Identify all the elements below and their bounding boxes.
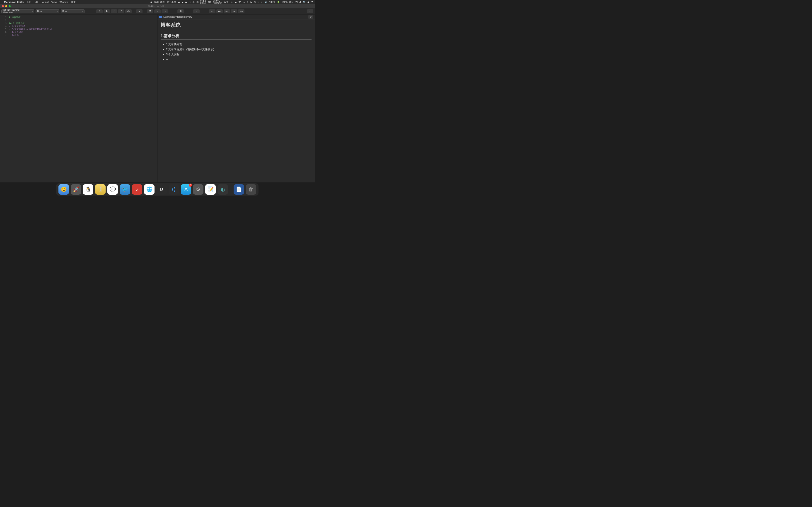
preview-content: 博客系统 1.需求分析 1.文章的列表2.文章内容展示（前端支持md文件展示）3… bbox=[157, 19, 315, 64]
control-center-icon[interactable]: ☰ bbox=[311, 1, 313, 3]
italic-button[interactable]: I bbox=[111, 9, 117, 13]
menu-format[interactable]: Format bbox=[41, 1, 49, 3]
document-title: Untitled bbox=[148, 5, 156, 7]
auto-reload-checkbox[interactable]: ✓ Automatically reload preview bbox=[159, 16, 192, 18]
dock-intellij[interactable]: IJ bbox=[156, 184, 167, 194]
time[interactable]: 20:51 bbox=[295, 1, 301, 3]
dock-document[interactable]: 📄 bbox=[234, 184, 244, 194]
preview-list-item: 3.个人说明 bbox=[166, 52, 311, 57]
timemachine-icon[interactable]: ⟲ bbox=[247, 1, 248, 3]
sync-icon[interactable]: ⇆ bbox=[250, 1, 252, 3]
preview-h2: 1.需求分析 bbox=[161, 33, 311, 40]
link-button[interactable]: ⚭ bbox=[136, 9, 143, 13]
edited-indicator: — Edited bbox=[157, 5, 166, 7]
quote-button[interactable]: ❝ bbox=[118, 9, 124, 13]
net-stats: 0KB/s0KB/s bbox=[200, 0, 206, 4]
dock-notes[interactable]: 📝 bbox=[205, 184, 216, 194]
preview-theme-dropdown[interactable]: Dark bbox=[61, 9, 85, 13]
code-line[interactable]: ## 1.需求分析 bbox=[9, 22, 157, 25]
dock-wechat[interactable]: 💬 bbox=[107, 184, 118, 194]
h3-button[interactable]: H3 bbox=[223, 9, 230, 13]
battery-icon[interactable]: 🔋 bbox=[277, 1, 280, 3]
dock-vscode[interactable]: ⟨⟩ bbox=[168, 184, 179, 194]
editor-toolbar: GitHub Flavored Markdown Dark Dark B S̶ … bbox=[0, 8, 315, 14]
close-button[interactable] bbox=[2, 5, 4, 7]
siri-icon[interactable]: ◉ bbox=[307, 1, 309, 3]
menu-view[interactable]: View bbox=[51, 1, 57, 3]
preview-pane: ✓ Automatically reload preview ⟳ 博客系统 1.… bbox=[157, 14, 315, 182]
appstore-badge: 2 bbox=[189, 183, 192, 187]
dock-area: 😊 🚀 🐧 🗄 💬 🐦 ♪ 🌐 IJ ⟨⟩ A2 ⚙ 📝 ◐ 📄 🗑 bbox=[0, 182, 315, 196]
code-line[interactable]: # 博客系统 bbox=[9, 16, 157, 19]
refresh-button[interactable]: ⟳ bbox=[308, 15, 313, 19]
menu-help[interactable]: Help bbox=[71, 1, 77, 3]
dock-separator bbox=[231, 185, 231, 194]
display-icon[interactable]: ▭ bbox=[243, 1, 245, 3]
keyboard-icon[interactable]: ⌨ bbox=[208, 1, 211, 3]
code-button[interactable]: <> bbox=[125, 9, 132, 13]
dock-appstore[interactable]: A2 bbox=[181, 184, 191, 194]
h5-button[interactable]: H5 bbox=[238, 9, 245, 13]
spotlight-icon[interactable]: 🔍 bbox=[303, 1, 306, 3]
cloud-icon[interactable]: ☁ bbox=[235, 1, 237, 3]
code-line[interactable]: - 1.文章的列表 bbox=[9, 25, 157, 27]
heart-icon[interactable]: ♥ bbox=[189, 1, 191, 3]
ordered-list-button[interactable]: ≡ bbox=[154, 9, 161, 13]
ime-icon[interactable]: 中 bbox=[239, 0, 241, 4]
next-track-icon[interactable]: ⏭ bbox=[185, 1, 188, 3]
code-line[interactable]: - 2.文章内容展示（前端支持md文件展示） bbox=[9, 27, 157, 31]
dock-qq[interactable]: 🐧 bbox=[83, 184, 93, 194]
record-icon[interactable]: ◉ bbox=[150, 1, 152, 3]
strikethrough-button[interactable]: S̶ bbox=[104, 9, 110, 13]
editor-theme-dropdown[interactable]: Dark bbox=[36, 9, 59, 13]
main-split: 1234567 # 博客系统 ## 1.需求分析- 1.文章的列表- 2.文章内… bbox=[0, 14, 315, 182]
line-number: 2 bbox=[0, 19, 7, 22]
minimize-button[interactable] bbox=[5, 5, 7, 7]
menu-file[interactable]: File bbox=[27, 1, 31, 3]
task-list-button[interactable]: ⋮≡ bbox=[161, 9, 168, 13]
dock-finder[interactable]: 😊 bbox=[58, 184, 69, 194]
wifi-icon[interactable]: ᯤ bbox=[261, 1, 263, 3]
temp-stats: 35.0°C1834rpm bbox=[213, 0, 222, 4]
dock-trash[interactable]: 🗑 bbox=[246, 184, 256, 194]
code-line[interactable]: - 3.个人说明 bbox=[9, 31, 157, 34]
dock-database[interactable]: 🗄 bbox=[95, 184, 106, 194]
fullscreen-button[interactable] bbox=[9, 5, 11, 7]
checkbox-icon: ✓ bbox=[159, 16, 162, 18]
menu-window[interactable]: Window bbox=[59, 1, 68, 3]
clipboard-icon[interactable]: ▤ bbox=[196, 1, 198, 3]
h1-button[interactable]: H1 bbox=[209, 9, 215, 13]
dock-launchpad[interactable]: 🚀 bbox=[71, 184, 81, 194]
dock-chrome[interactable]: 🌐 bbox=[144, 184, 155, 194]
emoji-button[interactable]: ☺ bbox=[193, 9, 200, 13]
bluetooth-icon[interactable]: ᛒ bbox=[257, 1, 259, 3]
preview-list-item: iv. bbox=[166, 57, 311, 62]
dock-settings[interactable]: ⚙ bbox=[193, 184, 203, 194]
open-external-button[interactable]: ↗ bbox=[307, 9, 313, 13]
app-name[interactable]: Markdown Editor bbox=[4, 1, 24, 3]
dock-netease-music[interactable]: ♪ bbox=[132, 184, 142, 194]
preview-toolbar: ✓ Automatically reload preview ⟳ bbox=[157, 14, 315, 19]
bullet-list-button[interactable]: ☰ bbox=[147, 9, 153, 13]
editor-pane[interactable]: 1234567 # 博客系统 ## 1.需求分析- 1.文章的列表- 2.文章内… bbox=[0, 14, 157, 182]
target-icon[interactable]: ◎ bbox=[193, 1, 195, 3]
flavor-dropdown[interactable]: GitHub Flavored Markdown bbox=[1, 9, 34, 13]
code-area[interactable]: # 博客系统 ## 1.需求分析- 1.文章的列表- 2.文章内容展示（前端支持… bbox=[8, 14, 157, 182]
dock-thunderbird[interactable]: 🐦 bbox=[120, 184, 130, 194]
volume-icon[interactable]: 🔊 bbox=[265, 1, 267, 3]
app-icon[interactable]: ⊟ bbox=[254, 1, 256, 3]
code-line[interactable]: - 4.评论 bbox=[9, 34, 157, 37]
face-icon[interactable]: ☺ bbox=[231, 1, 233, 3]
code-line[interactable] bbox=[9, 19, 157, 22]
h4-button[interactable]: H4 bbox=[231, 9, 237, 13]
line-number: 1 bbox=[0, 16, 7, 19]
table-button[interactable]: ⊞ bbox=[177, 9, 184, 13]
date[interactable]: 4月4日 周日 bbox=[282, 0, 294, 4]
menu-edit[interactable]: Edit bbox=[34, 1, 38, 3]
bold-button[interactable]: B bbox=[96, 9, 103, 13]
preview-list: 1.文章的列表2.文章内容展示（前端支持md文件展示）3.个人说明iv. bbox=[161, 42, 311, 62]
h2-button[interactable]: H2 bbox=[216, 9, 223, 13]
dock-quicktime[interactable]: ◐ bbox=[217, 184, 228, 194]
play-icon[interactable]: ▶ bbox=[182, 1, 184, 3]
prev-track-icon[interactable]: ⏮ bbox=[177, 1, 180, 3]
